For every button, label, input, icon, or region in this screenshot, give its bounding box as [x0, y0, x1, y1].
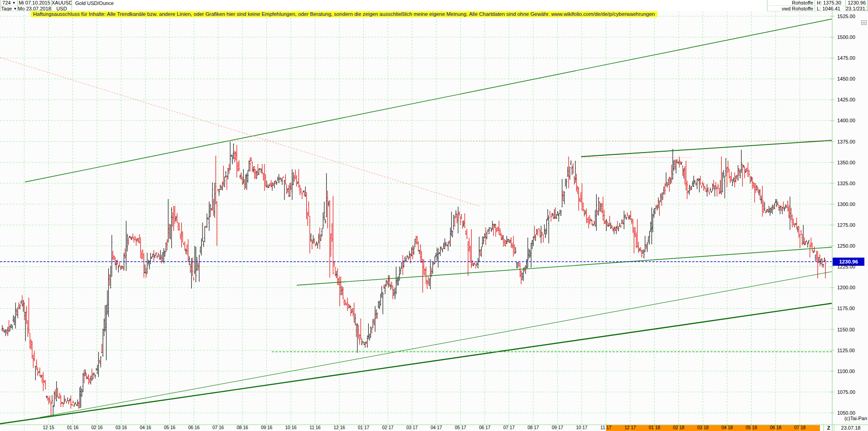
x-axis-month-label: 09 17 — [552, 425, 563, 431]
x-axis-month-label: 07 18 — [794, 425, 805, 431]
y-axis-label: 1175.00 — [837, 306, 865, 311]
y-axis-label: 1450.00 — [837, 76, 865, 81]
y-axis-label: 1300.00 — [837, 201, 865, 207]
group-name: Rohstoffe — [767, 0, 815, 6]
y-axis-label: 1475.00 — [837, 55, 865, 61]
currency: USD — [51, 6, 72, 12]
header-change: 23.1/231.2 — [845, 6, 868, 12]
x-axis-month-label: 03 18 — [697, 425, 709, 431]
y-axis-label: 1150.00 — [837, 327, 865, 332]
x-axis-month-label: 01 16 — [67, 425, 78, 431]
x-axis-month-label: 06 16 — [188, 425, 199, 431]
y-axis-label: 1400.00 — [837, 118, 865, 123]
x-axis-month-label: 12 17 — [624, 425, 636, 431]
x-axis-month-label: 02 18 — [673, 425, 684, 431]
y-axis-label: 1275.00 — [837, 222, 865, 228]
x-axis-month-label: 01 17 — [358, 425, 369, 431]
price-chart-canvas[interactable] — [0, 0, 868, 431]
bars-count-dropdown[interactable]: 724 ▼ — [0, 0, 17, 6]
chevron-down-icon[interactable]: ▼ — [14, 7, 17, 11]
x-axis-month-label: 04 16 — [140, 425, 151, 431]
x-axis-month-label: 08 17 — [527, 425, 539, 431]
x-axis-month-label: 04 17 — [430, 425, 442, 431]
chart-window: 724 ▼ Tage ▼ Mi 07.10.2015 Mo 23.07.2018… — [0, 0, 868, 431]
zoom-indicator[interactable]: Z — [824, 425, 834, 431]
x-axis-month-label: 06 17 — [479, 425, 490, 431]
x-axis-month-label: 07 16 — [212, 425, 224, 431]
y-axis-label: 1350.00 — [837, 160, 865, 165]
x-axis-month-label: 05 16 — [164, 425, 175, 431]
y-axis-label: 1100.00 — [837, 369, 865, 374]
x-axis-month-label: 10 17 — [576, 425, 587, 431]
instrument-name: Gold USD/Ounce — [75, 0, 211, 6]
x-axis-month-label: 11 16 — [309, 425, 320, 431]
x-axis-month-label: 02 16 — [91, 425, 102, 431]
y-axis-label: 1500.00 — [837, 34, 865, 40]
symbol: XAUUSD — [51, 0, 72, 6]
y-axis-label: 1425.00 — [837, 97, 865, 102]
x-axis-month-label: 01 18 — [649, 425, 660, 431]
y-axis-label: 1375.00 — [837, 139, 865, 144]
x-axis-month-label: 07 17 — [503, 425, 515, 431]
cursor-date-label: 23.07.18 — [834, 425, 867, 431]
panel-grip-icon[interactable] — [861, 20, 867, 25]
chevron-down-icon[interactable]: ▼ — [12, 1, 16, 5]
disclaimer-banner: Haftungsausschluss für Inhalte: Alle Tre… — [31, 11, 657, 17]
y-axis-label: 1225.00 — [837, 264, 865, 269]
y-axis-label: 1125.00 — [837, 348, 865, 353]
x-axis-month-label: 05 18 — [746, 425, 757, 431]
y-axis-label: 1325.00 — [837, 181, 865, 186]
group-source: vwd Rohstoffe — [767, 6, 815, 12]
y-axis-label: 1200.00 — [837, 285, 865, 290]
period-dropdown[interactable]: Tage ▼ — [0, 6, 17, 12]
x-axis-month-label: 10 16 — [285, 425, 296, 431]
x-axis-month-label: 03 17 — [406, 425, 418, 431]
x-axis-month-label: 08 16 — [236, 425, 248, 431]
period-low: L: 1046.41 — [815, 6, 845, 12]
chart-header: 724 ▼ Tage ▼ Mi 07.10.2015 Mo 23.07.2018… — [0, 0, 868, 11]
x-axis-month-label: 02 17 — [382, 425, 393, 431]
y-axis-label: 1250.00 — [837, 243, 865, 249]
x-axis-month-label: 05 17 — [455, 425, 466, 431]
x-axis-month-label: 11 17 — [600, 425, 611, 431]
x-axis-month-label: 03 16 — [116, 425, 127, 431]
y-axis-label: 1075.00 — [837, 389, 865, 395]
copyright-label: (c)Tai-Pan — [832, 416, 867, 421]
x-axis-month-label: 04 18 — [721, 425, 733, 431]
x-axis-month-label: 06 18 — [770, 425, 781, 431]
last-date: Mo 23.07.2018 — [17, 6, 51, 12]
first-date: Mi 07.10.2015 — [17, 0, 51, 6]
x-axis-month-label: 12 15 — [43, 425, 54, 431]
x-axis-month-label: 12 16 — [333, 425, 345, 431]
x-axis-month-label: 09 16 — [261, 425, 272, 431]
y-axis-label: 1050.00 — [837, 410, 865, 416]
period-high: H: 1375.30 — [815, 0, 845, 6]
header-last-price: 1230.96 — [845, 0, 868, 6]
y-axis-label: 1525.00 — [837, 14, 865, 19]
